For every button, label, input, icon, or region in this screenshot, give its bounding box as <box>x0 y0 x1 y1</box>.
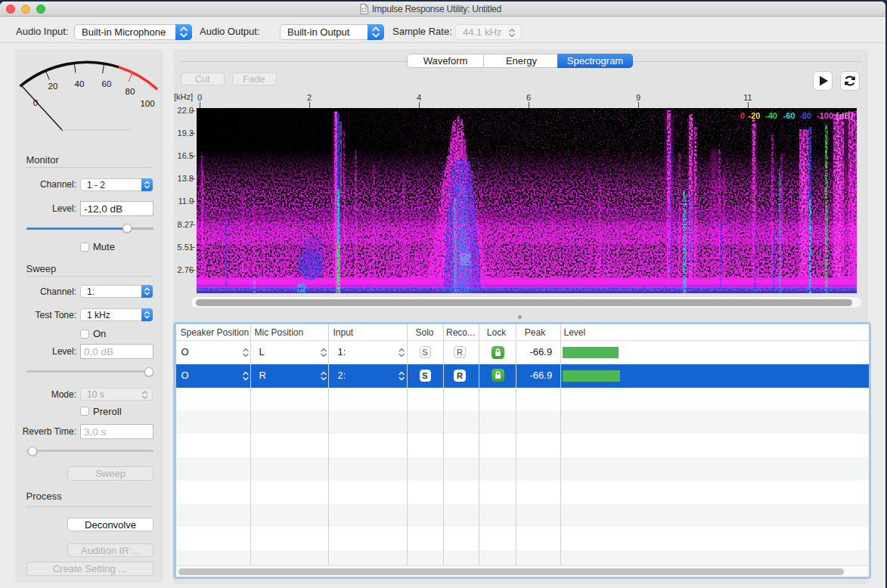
svg-text:20: 20 <box>48 82 58 91</box>
svg-text:-60: -60 <box>783 111 796 120</box>
svg-text:80: 80 <box>126 87 135 96</box>
svg-text:[dB]: [dB] <box>836 111 853 120</box>
svg-text:-80: -80 <box>799 111 811 120</box>
svg-text:-100: -100 <box>817 111 833 120</box>
svg-text:-20: -20 <box>749 111 761 120</box>
svg-text:100: 100 <box>140 98 154 107</box>
svg-text:40: 40 <box>75 79 85 88</box>
svg-text:-40: -40 <box>765 111 777 120</box>
svg-text:0: 0 <box>740 111 745 120</box>
svg-text:60: 60 <box>102 79 112 88</box>
svg-text:0: 0 <box>33 97 38 107</box>
